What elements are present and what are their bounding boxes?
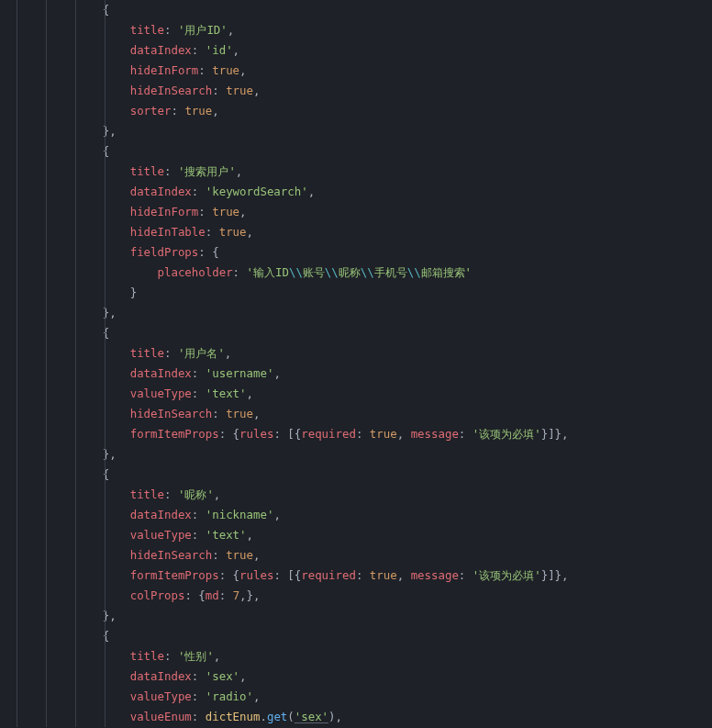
code-token: , [247, 528, 253, 542]
code-token: [{ [281, 568, 301, 582]
code-line[interactable]: title: '搜索用户', [0, 162, 712, 182]
code-token: , [212, 104, 218, 118]
code-line[interactable]: { [0, 626, 712, 646]
code-token [75, 43, 130, 57]
code-token: : [273, 568, 280, 582]
code-line[interactable]: valueEnum: dictEnum.get('sex'), [0, 707, 712, 727]
code-line[interactable]: { [0, 323, 712, 343]
code-body[interactable]: { title: '用户ID', dataIndex: 'id', hideIn… [0, 0, 712, 727]
code-line[interactable]: { [0, 465, 712, 485]
code-token: , [253, 689, 260, 703]
code-line[interactable]: hideInSearch: true, [0, 545, 712, 566]
code-token: , [273, 366, 280, 380]
code-token: , [228, 23, 234, 37]
code-line[interactable]: }, [0, 606, 712, 626]
code-token [75, 326, 103, 340]
code-token: 手机号 [374, 265, 407, 279]
code-line[interactable]: dataIndex: 'nickname', [0, 505, 712, 525]
code-token [198, 710, 205, 723]
code-token: '该项为必填' [473, 427, 541, 441]
code-line[interactable]: dataIndex: 'keywordSearch', [0, 182, 712, 202]
code-token: 'text' [206, 386, 247, 400]
code-line[interactable]: formItemProps: {rules: [{required: true,… [0, 566, 712, 586]
code-text: { [44, 0, 109, 20]
code-line[interactable]: { [0, 141, 712, 162]
code-token: : [233, 265, 239, 279]
code-line[interactable]: }, [0, 444, 712, 465]
code-token: : [212, 407, 218, 420]
code-line[interactable]: title: '用户名', [0, 343, 712, 364]
code-line[interactable]: placeholder: '输入ID\\账号\\昵称\\手机号\\邮箱搜索' [0, 263, 712, 283]
code-text: colProps: {md: 7,}, [44, 586, 260, 606]
code-token [75, 508, 130, 521]
code-line[interactable]: valueType: 'text', [0, 525, 712, 545]
code-line[interactable]: title: '昵称', [0, 485, 712, 505]
code-token [75, 487, 130, 501]
code-token [75, 366, 130, 380]
code-line[interactable]: valueType: 'text', [0, 384, 712, 404]
code-text: { [44, 141, 109, 162]
code-line[interactable]: hideInForm: true, [0, 61, 712, 81]
code-token [75, 124, 103, 138]
code-line[interactable]: }, [0, 303, 712, 323]
code-line[interactable]: sorter: true, [0, 101, 712, 121]
code-text: dataIndex: 'id', [44, 40, 239, 61]
code-token [198, 689, 205, 703]
code-token: dataIndex [130, 508, 192, 521]
code-line[interactable]: { [0, 0, 712, 20]
code-line[interactable]: title: '性别', [0, 646, 712, 666]
code-token [171, 487, 177, 501]
code-token: }]}, [541, 427, 569, 441]
code-line[interactable]: title: '用户ID', [0, 20, 712, 40]
code-token [75, 447, 103, 461]
code-token: hideInForm [130, 63, 199, 77]
code-token: true [370, 427, 397, 441]
code-line[interactable]: hideInSearch: true, [0, 404, 712, 424]
code-token: , [239, 205, 246, 218]
code-token: , [308, 185, 315, 198]
code-token [171, 23, 177, 37]
code-token: . [260, 710, 266, 723]
code-token: hideInSearch [130, 407, 213, 420]
code-token: valueType [130, 386, 192, 400]
code-token: true [219, 225, 247, 239]
code-token [75, 63, 130, 77]
code-line[interactable]: }, [0, 121, 712, 141]
code-token: , [247, 386, 253, 400]
code-line[interactable]: hideInSearch: true, [0, 81, 712, 101]
code-line[interactable]: dataIndex: 'sex', [0, 666, 712, 687]
code-token: formItemProps [130, 427, 219, 441]
code-token: , [236, 164, 242, 178]
code-token [171, 649, 177, 663]
code-token: { [103, 3, 109, 17]
code-line[interactable]: dataIndex: 'id', [0, 40, 712, 61]
code-token: message [411, 427, 459, 441]
code-line[interactable]: } [0, 283, 712, 303]
code-line[interactable]: hideInForm: true, [0, 202, 712, 222]
code-line[interactable]: dataIndex: 'username', [0, 364, 712, 384]
code-token: 'sex' [295, 710, 328, 723]
code-line[interactable]: fieldProps: { [0, 242, 712, 263]
code-line[interactable]: hideInTable: true, [0, 222, 712, 242]
code-text: title: '搜索用户', [44, 162, 242, 182]
code-pane[interactable]: { title: '用户ID', dataIndex: 'id', hideIn… [0, 0, 712, 727]
code-token [75, 548, 130, 562]
code-token: : [273, 427, 280, 441]
code-text: valueEnum: dictEnum.get('sex'), [44, 707, 342, 727]
code-line[interactable]: valueType: 'radio', [0, 687, 712, 707]
code-text: title: '用户名', [44, 343, 231, 364]
code-token: title [130, 487, 164, 501]
code-editor-viewport[interactable]: { title: '用户ID', dataIndex: 'id', hideIn… [0, 0, 712, 728]
code-token: valueType [130, 689, 192, 703]
code-text: fieldProps: { [44, 242, 219, 263]
code-token [75, 629, 103, 643]
code-token [75, 346, 130, 360]
code-text: { [44, 323, 109, 343]
code-token: , [214, 649, 220, 663]
code-line[interactable]: formItemProps: {rules: [{required: true,… [0, 424, 712, 444]
code-token [75, 286, 130, 299]
code-token [198, 386, 205, 400]
code-line[interactable]: colProps: {md: 7,}, [0, 586, 712, 606]
code-token: sorter [130, 104, 172, 118]
code-token [362, 568, 369, 582]
